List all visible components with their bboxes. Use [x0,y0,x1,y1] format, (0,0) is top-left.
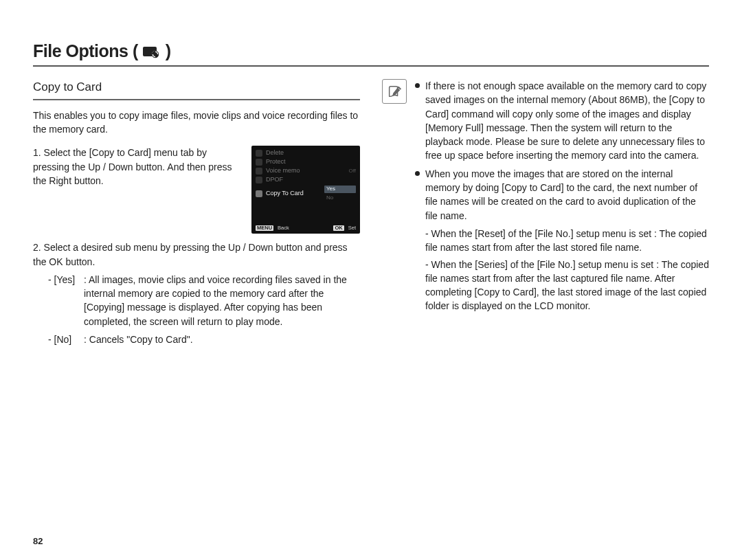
menu-item-dpof: DPOF [256,177,356,183]
note-2-text: When you move the images that are stored… [425,168,697,221]
page-title-row: File Options ( ) [33,41,709,67]
step-2-options: - [Yes] : All images, movie clips and vo… [48,273,360,346]
menu-item-delete: Delete [256,150,356,157]
page-title-open: ( [133,41,138,60]
menu-item-copy-to-card: Copy To Card Yes No [256,186,356,202]
option-no-row: - [No] : Cancels "Copy to Card". [48,333,360,346]
subnote-1: - When the [Reset] of the [File No.] set… [425,227,709,255]
ok-badge: OK [333,225,344,231]
menu-badge: MENU [256,225,273,231]
page: File Options ( ) Copy to Card This enabl… [0,0,742,560]
menu-item-protect: Protect [256,159,356,166]
note-1: If there is not enough space available o… [415,79,709,163]
columns: Copy to Card This enables you to copy im… [33,79,709,353]
option-yes-row: - [Yes] : All images, movie clips and vo… [48,273,360,328]
bullet-icon [415,83,420,88]
option-no: No [324,194,356,202]
step-2-text: 2. Select a desired sub menu by pressing… [33,240,360,269]
step-2: 2. Select a desired sub menu by pressing… [33,240,360,346]
option-yes-desc: : All images, movie clips and voice reco… [84,273,360,328]
steps-list: 1. Select the [Copy to Card] menu tab by… [33,146,360,346]
back-label: Back [278,225,289,231]
note-1-text: If there is not enough space available o… [425,79,709,163]
section-heading: Copy to Card [33,79,360,100]
option-no-key: - [No] [48,333,84,346]
page-title-text: File Options [33,41,128,60]
option-yes: Yes [324,186,356,193]
note-box: If there is not enough space available o… [382,79,709,320]
subnotes-list: - When the [Reset] of the [File No.] set… [425,227,709,313]
option-no-desc: : Cancels "Copy to Card". [84,333,193,346]
option-yes-key: - [Yes] [48,273,84,328]
page-title-close: ) [166,41,171,61]
intro-text: This enables you to copy image files, mo… [33,109,360,137]
file-options-icon [142,45,161,58]
page-number: 82 [33,536,43,546]
step-1: 1. Select the [Copy to Card] menu tab by… [33,146,360,234]
camera-footer: MENU Back OK Set [256,225,356,231]
bullet-icon [415,171,420,176]
menu-item-voice-memo: Voice memoOff [256,168,356,175]
left-column: Copy to Card This enables you to copy im… [33,79,360,353]
step-1-text: 1. Select the [Copy to Card] menu tab by… [33,146,242,188]
subnote-2: - When the [Series] of the [File No.] se… [425,258,709,313]
camera-menu-screenshot: Delete Protect Voice memoOff DPOF Copy T… [251,146,360,234]
notes-list: If there is not enough space available o… [415,79,709,320]
set-label: Set [348,225,356,231]
page-title: File Options ( [33,41,138,61]
note-2: When you move the images that are stored… [415,167,709,316]
yes-no-popup: Yes No [324,186,356,202]
note-icon [382,79,407,104]
right-column: If there is not enough space available o… [382,79,709,353]
